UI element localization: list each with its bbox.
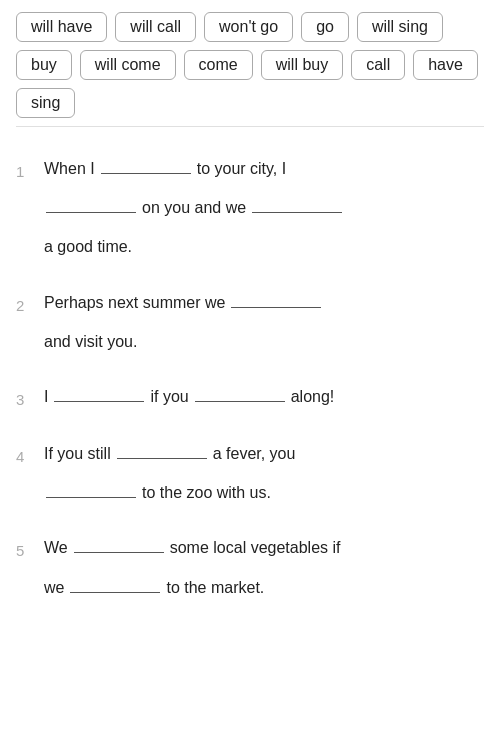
word-bank: will havewill callwon't gogowill singbuy… <box>16 12 484 127</box>
exercise-number: 5 <box>16 534 38 567</box>
exercise-item: 5Wesome local vegetables ifweto the mark… <box>16 530 484 604</box>
exercise-word: if you <box>150 379 188 414</box>
exercise-word: Perhaps next summer we <box>44 285 225 320</box>
answer-blank[interactable] <box>54 380 144 402</box>
word-chip[interactable]: won't go <box>204 12 293 42</box>
exercise-number: 3 <box>16 383 38 416</box>
word-chip[interactable]: have <box>413 50 478 80</box>
exercise-word: When I <box>44 151 95 186</box>
exercise-text: Iif youalong! <box>44 379 484 414</box>
exercise-word: on you and we <box>142 190 246 225</box>
exercises: 1When Ito your city, Ion you and wea goo… <box>16 143 484 605</box>
exercise-text: If you stilla fever, youto the zoo with … <box>44 436 484 510</box>
word-chip[interactable]: will come <box>80 50 176 80</box>
exercise-number: 1 <box>16 155 38 188</box>
word-chip[interactable]: buy <box>16 50 72 80</box>
exercise-item: 1When Ito your city, Ion you and wea goo… <box>16 151 484 265</box>
word-chip[interactable]: call <box>351 50 405 80</box>
word-chip[interactable]: come <box>184 50 253 80</box>
exercise-word: along! <box>291 379 335 414</box>
answer-blank[interactable] <box>46 476 136 498</box>
answer-blank[interactable] <box>101 152 191 174</box>
word-chip[interactable]: go <box>301 12 349 42</box>
exercise-item: 4If you stilla fever, youto the zoo with… <box>16 436 484 510</box>
word-chip[interactable]: will have <box>16 12 107 42</box>
answer-blank[interactable] <box>46 191 136 213</box>
exercise-word: If you still <box>44 436 111 471</box>
exercise-word: I <box>44 379 48 414</box>
exercise-text: Perhaps next summer weand visit you. <box>44 285 484 359</box>
answer-blank[interactable] <box>252 191 342 213</box>
word-chip[interactable]: will buy <box>261 50 343 80</box>
exercise-word: to the market. <box>166 570 264 605</box>
answer-blank[interactable] <box>231 285 321 307</box>
word-chip[interactable]: will call <box>115 12 196 42</box>
exercise-number: 2 <box>16 289 38 322</box>
answer-blank[interactable] <box>74 531 164 553</box>
exercise-word: a good time. <box>44 229 132 264</box>
exercise-word: We <box>44 530 68 565</box>
exercise-word: and visit you. <box>44 324 137 359</box>
word-chip[interactable]: sing <box>16 88 75 118</box>
answer-blank[interactable] <box>117 437 207 459</box>
exercise-item: 2Perhaps next summer weand visit you. <box>16 285 484 359</box>
exercise-item: 3Iif youalong! <box>16 379 484 416</box>
answer-blank[interactable] <box>70 570 160 592</box>
exercise-word: to the zoo with us. <box>142 475 271 510</box>
exercise-word: a fever, you <box>213 436 296 471</box>
exercise-word: we <box>44 570 64 605</box>
word-chip[interactable]: will sing <box>357 12 443 42</box>
exercise-word: some local vegetables if <box>170 530 341 565</box>
exercise-word: to your city, I <box>197 151 287 186</box>
answer-blank[interactable] <box>195 380 285 402</box>
exercise-text: When Ito your city, Ion you and wea good… <box>44 151 484 265</box>
exercise-text: Wesome local vegetables ifweto the marke… <box>44 530 484 604</box>
exercise-number: 4 <box>16 440 38 473</box>
